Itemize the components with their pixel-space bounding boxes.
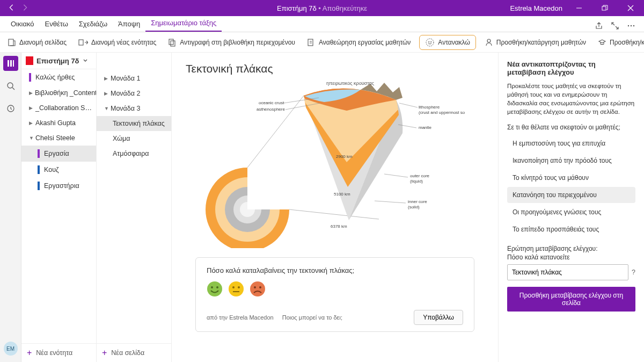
recent-icon[interactable]: [3, 101, 18, 116]
svg-text:oceanic crust: oceanic crust: [259, 100, 284, 105]
section-label: Βιβλιοθήκη _Content: [35, 89, 96, 97]
page-title[interactable]: Τεκτονική πλάκας: [186, 62, 484, 75]
reflect-choice[interactable]: Η εμπιστοσύνη τους για επιτυχία: [507, 135, 635, 151]
ribbon-tabs: Οικιακό Ενθέτω Σχεδιάζω Άποψη Σημειωματά…: [0, 16, 644, 32]
svg-point-37: [250, 281, 265, 296]
add-teachers-button[interactable]: Προσθήκη/κατάργηση δασκάλων: [595, 36, 644, 49]
page-item[interactable]: Χώμα: [97, 131, 171, 146]
emoji-sad-icon[interactable]: [250, 281, 266, 297]
reflect-poll-card: Πόσο καλά καταλαβαίνεις την τεκτονική πλ…: [195, 257, 474, 332]
ribbon: Διανομή σελίδας Διανομή νέας ενότητας Αν…: [0, 32, 644, 53]
section-item[interactable]: ▼Chelsi Steele: [21, 131, 96, 146]
svg-text:6378 km: 6378 km: [331, 224, 347, 229]
page-list: ▶Μονάδα 1▶Μονάδα 2▼Μονάδα 3Τεκτονική πλά…: [97, 53, 172, 362]
section-item[interactable]: Εργαστήρια: [21, 178, 96, 194]
emoji-neutral-icon[interactable]: [228, 281, 244, 297]
user-name[interactable]: Estrela Macedon: [510, 4, 562, 12]
poll-visibility-link[interactable]: Ποιος μπορεί να το δει;: [282, 314, 342, 321]
minimize-button[interactable]: [570, 0, 588, 16]
copy-content-button[interactable]: Αντιγραφή στη βιβλιοθήκη περιεχομένου: [165, 36, 298, 49]
section-label: _Collaboration S…: [35, 104, 92, 112]
tab-class-notebook[interactable]: Σημειωματάριο τάξης: [145, 15, 222, 32]
add-checkin-button[interactable]: Προσθήκη μεταβίβασης ελέγχου στη σελίδα: [507, 287, 635, 312]
svg-point-32: [211, 286, 213, 288]
search-icon[interactable]: [3, 78, 18, 93]
forward-icon[interactable]: [21, 4, 29, 13]
svg-text:lithosphere: lithosphere: [419, 105, 440, 110]
chevron-right-icon: ▶: [104, 76, 108, 81]
page-item[interactable]: ▶Μονάδα 2: [97, 86, 171, 101]
svg-point-35: [232, 286, 235, 288]
chevron-down-icon: ▼: [104, 106, 108, 111]
page-item[interactable]: ▼Μονάδα 3: [97, 101, 171, 116]
submit-button[interactable]: Υποβάλλω: [414, 310, 463, 325]
reflect-choice[interactable]: Ικανοποίηση από την πρόοδό τους: [507, 153, 635, 169]
svg-text:asthenosphere: asthenosphere: [257, 107, 285, 112]
section-item[interactable]: ▶Βιβλιοθήκη _Content: [21, 85, 96, 100]
tab-insert[interactable]: Ενθέτω: [39, 16, 73, 32]
chevron-right-icon: ▶: [29, 105, 33, 111]
notebook-dropdown[interactable]: Επιστήμη 7δ: [21, 53, 96, 69]
notebook-icon: [26, 56, 33, 65]
tab-draw[interactable]: Σχεδιάζω: [74, 16, 113, 32]
emoji-happy-icon[interactable]: [207, 281, 223, 297]
avatar[interactable]: EM: [4, 342, 18, 356]
help-icon[interactable]: ?: [632, 269, 635, 276]
tab-view[interactable]: Άποψη: [113, 16, 145, 32]
question-input[interactable]: [507, 264, 628, 280]
page-label: Μονάδα 3: [111, 105, 140, 112]
reflect-button[interactable]: Αντανακλώ: [419, 35, 475, 50]
svg-point-34: [229, 281, 244, 296]
svg-point-3: [633, 25, 634, 26]
svg-rect-15: [13, 60, 14, 67]
page-item[interactable]: Ατμόσφαιρα: [97, 146, 171, 161]
section-item[interactable]: ▶Akashi Gupta: [21, 115, 96, 131]
chevron-down-icon: ▼: [29, 135, 33, 141]
reflect-choice[interactable]: Το κίνητρό τους να μάθουν: [507, 170, 635, 186]
section-label: Κουζ: [44, 166, 58, 173]
reflect-choice[interactable]: Κατανόηση του περιεχομένου: [507, 187, 635, 203]
section-item[interactable]: Καλώς ήρθες: [21, 69, 96, 85]
svg-point-1: [628, 25, 629, 26]
page-item[interactable]: ▶Μονάδα 1: [97, 71, 171, 86]
fullscreen-icon[interactable]: [611, 21, 619, 32]
poll-author: από την Estrela Macedon: [207, 314, 274, 321]
distribute-page-button[interactable]: Διανομή σελίδας: [4, 36, 70, 49]
notebooks-icon[interactable]: [3, 56, 18, 71]
more-icon[interactable]: [627, 21, 635, 32]
close-button[interactable]: [621, 0, 640, 16]
reflect-choice[interactable]: Το επίπεδο προσπάθειάς τους: [507, 221, 635, 237]
review-work-button[interactable]: Αναθεώρηση εργασίας μαθητών: [304, 36, 414, 49]
page-canvas[interactable]: Τεκτονική πλάκας: [172, 53, 498, 362]
chevron-right-icon: ▶: [29, 120, 33, 126]
page-item[interactable]: Τεκτονική πλάκας: [97, 116, 171, 131]
add-section-button[interactable]: + Νέα ενότητα: [21, 343, 96, 362]
panel-subhead: Σε τι θα θέλατε να σκεφτούν οι μαθητές;: [507, 124, 635, 131]
svg-text:2900 km: 2900 km: [336, 154, 353, 159]
section-item[interactable]: ▶_Collaboration S…: [21, 100, 96, 115]
share-icon[interactable]: [595, 21, 603, 32]
section-item[interactable]: Εργασία: [21, 146, 96, 162]
svg-rect-13: [8, 60, 9, 67]
reflect-choice[interactable]: Οι προηγούμενες γνώσεις τους: [507, 204, 635, 220]
distribute-section-button[interactable]: Διανομή νέας ενότητας: [75, 37, 159, 48]
question-subtext: Πόσο καλά κατανοείτε: [507, 254, 635, 261]
svg-rect-14: [10, 60, 12, 67]
section-list: Επιστήμη 7δ Καλώς ήρθες▶Βιβλιοθήκη _Cont…: [21, 53, 97, 362]
restore-button[interactable]: [596, 0, 614, 16]
svg-text:5100 km: 5100 km: [334, 192, 350, 197]
section-item[interactable]: Κουζ: [21, 162, 96, 178]
question-label: Ερώτηση μεταβίβασης ελέγχου:: [507, 245, 635, 252]
svg-point-31: [207, 281, 222, 296]
tab-home[interactable]: Οικιακό: [5, 16, 39, 32]
reflect-panel: Νέα αντικατοπτρίζοντας τη μεταβίβαση ελέ…: [498, 53, 644, 362]
svg-point-12: [487, 39, 491, 42]
back-icon[interactable]: [8, 4, 15, 13]
svg-point-10: [429, 41, 430, 42]
svg-point-36: [238, 286, 240, 288]
add-page-button[interactable]: + Νέα σελίδα: [97, 343, 171, 362]
document-title: Επιστήμη 7δ • Αποθηκεύτηκε: [277, 4, 367, 12]
add-students-button[interactable]: Προσθήκη/κατάργηση μαθητών: [481, 36, 589, 49]
svg-text:inner core: inner core: [408, 199, 427, 204]
svg-text:(solid): (solid): [408, 205, 420, 209]
